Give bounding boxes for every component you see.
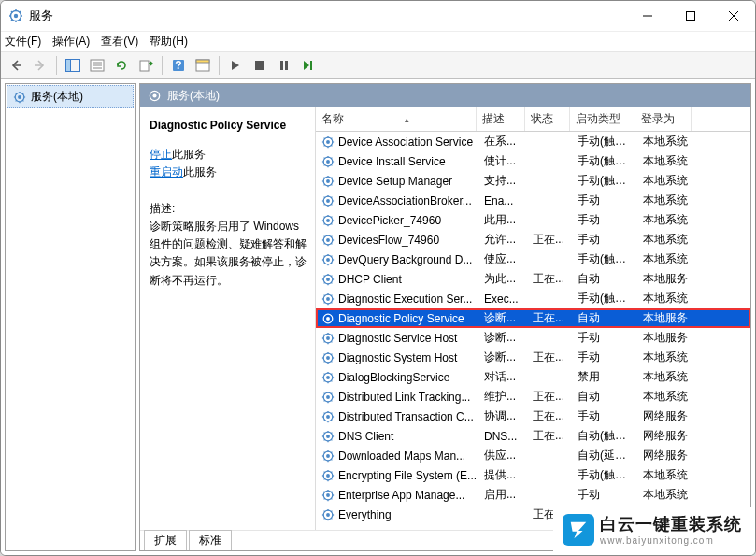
service-name: Device Install Service xyxy=(338,155,446,168)
service-name: Downloaded Maps Man... xyxy=(338,449,465,463)
svg-rect-17 xyxy=(66,60,71,72)
service-start: 手动 xyxy=(572,192,637,208)
nav-back-button[interactable] xyxy=(5,54,27,77)
service-row[interactable]: DHCP Client为此...正在...自动本地服务 xyxy=(316,269,750,289)
service-name: Diagnostic Service Host xyxy=(338,332,457,345)
service-row[interactable]: DeviceAssociationBroker...Ena...手动本地系统 xyxy=(316,191,750,210)
service-desc: 使计... xyxy=(478,153,527,169)
service-start: 手动 xyxy=(572,349,637,365)
col-header-name[interactable]: 名称▴ xyxy=(316,107,477,131)
service-logon: 本地服务 xyxy=(637,271,693,287)
menu-help[interactable]: 帮助(H) xyxy=(150,34,188,50)
service-name: DNS Client xyxy=(338,430,393,443)
service-name: DevQuery Background D... xyxy=(338,253,472,266)
service-row[interactable]: DialogBlockingService对话...禁用本地系统 xyxy=(316,367,750,387)
tab-standard[interactable]: 标准 xyxy=(189,530,232,550)
gear-icon xyxy=(321,391,335,404)
service-row[interactable]: Encrypting File System (E...提供...手动(触发..… xyxy=(316,465,750,485)
tree-pane[interactable]: 服务(本地) xyxy=(5,83,136,551)
col-header-status[interactable]: 状态 xyxy=(525,107,570,131)
menu-view[interactable]: 查看(V) xyxy=(101,34,138,50)
service-row[interactable]: Device Setup Manager支持...手动(触发...本地系统 xyxy=(316,171,750,191)
tree-node-label: 服务(本地) xyxy=(31,89,83,105)
service-row[interactable]: Enterprise App Manage...启用...手动本地系统 xyxy=(316,485,750,505)
service-row[interactable]: Diagnostic Service Host诊断...手动本地服务 xyxy=(316,328,750,348)
service-start: 手动 xyxy=(572,408,637,424)
service-row[interactable]: Device Install Service使计...手动(触发...本地系统 xyxy=(316,151,750,171)
service-desc: 诊断... xyxy=(478,310,527,326)
show-hide-tree-button[interactable] xyxy=(62,54,84,77)
properties-button[interactable] xyxy=(86,54,108,77)
service-desc: 支持... xyxy=(478,173,527,189)
service-status: 正在... xyxy=(527,408,572,424)
service-list-pane[interactable]: 名称▴ 描述 状态 启动类型 登录为 Device Association Se… xyxy=(316,107,750,530)
service-start: 手动 xyxy=(572,330,637,346)
service-name: Distributed Link Tracking... xyxy=(338,391,470,404)
tab-extended[interactable]: 扩展 xyxy=(144,530,187,550)
menubar: 文件(F) 操作(A) 查看(V) 帮助(H) xyxy=(1,31,755,51)
service-logon: 本地服务 xyxy=(637,310,693,326)
pause-service-button[interactable] xyxy=(273,54,295,77)
service-start: 自动(延迟... xyxy=(572,448,637,463)
service-row[interactable]: DevQuery Background D...使应...手动(触发...本地系… xyxy=(316,249,750,269)
selected-service-name: Diagnostic Policy Service xyxy=(150,117,307,135)
service-logon: 网络服务 xyxy=(637,448,693,463)
gear-icon xyxy=(321,489,335,502)
minimize-button[interactable] xyxy=(626,1,669,31)
gear-icon xyxy=(321,312,335,325)
service-name: Everything xyxy=(338,508,392,521)
service-logon: 本地服务 xyxy=(637,330,693,346)
service-logon: 本地系统 xyxy=(637,487,693,503)
help-button[interactable]: ? xyxy=(167,54,190,77)
service-row[interactable]: Diagnostic System Host诊断...正在...手动本地系统 xyxy=(316,348,750,367)
restart-link[interactable]: 重启动 xyxy=(150,165,183,178)
service-row[interactable]: Distributed Link Tracking...维护...正在...自动… xyxy=(316,387,750,406)
menu-action[interactable]: 操作(A) xyxy=(52,34,90,50)
right-pane-header: 服务(本地) xyxy=(140,84,750,107)
service-row[interactable]: DevicesFlow_74960允许...正在...手动本地系统 xyxy=(316,230,750,249)
nav-forward-button[interactable] xyxy=(29,54,51,77)
service-row[interactable]: Downloaded Maps Man...供应...自动(延迟...网络服务 xyxy=(316,446,750,465)
restart-service-button[interactable] xyxy=(297,54,320,77)
stop-suffix: 此服务 xyxy=(172,148,206,161)
body-area: 服务(本地) 服务(本地) Diagnostic Policy Service … xyxy=(1,79,755,555)
stop-link[interactable]: 停止 xyxy=(150,148,172,161)
action-button[interactable] xyxy=(192,54,214,77)
svg-rect-29 xyxy=(285,61,288,70)
refresh-button[interactable] xyxy=(110,54,133,77)
service-logon: 本地系统 xyxy=(637,232,693,248)
service-desc: DNS... xyxy=(478,430,527,443)
service-row[interactable]: DNS ClientDNS...正在...自动(触发...网络服务 xyxy=(316,426,750,446)
gear-icon xyxy=(321,273,335,286)
stop-service-button[interactable] xyxy=(249,54,271,77)
toolbar-separator xyxy=(162,56,163,75)
service-row[interactable]: Device Association Service在系...手动(触发...本… xyxy=(316,132,750,151)
service-logon: 本地系统 xyxy=(637,349,693,365)
service-row[interactable]: Diagnostic Execution Ser...Exec...手动(触发.… xyxy=(316,289,750,308)
service-desc: 在系... xyxy=(478,134,527,150)
tree-node-services-local[interactable]: 服务(本地) xyxy=(7,85,134,108)
service-row[interactable]: Diagnostic Policy Service诊断...正在...自动本地服… xyxy=(316,308,750,328)
service-status: 正在... xyxy=(527,232,572,248)
menu-file[interactable]: 文件(F) xyxy=(5,34,41,50)
col-header-desc[interactable]: 描述 xyxy=(477,107,525,131)
gear-icon xyxy=(321,508,335,521)
start-service-button[interactable] xyxy=(224,54,247,77)
service-row[interactable]: Distributed Transaction C...协调...正在...手动… xyxy=(316,406,750,426)
service-logon: 本地系统 xyxy=(637,291,693,307)
service-desc: 对话... xyxy=(478,369,527,385)
service-start: 手动 xyxy=(572,232,637,248)
col-header-logon[interactable]: 登录为 xyxy=(635,107,692,131)
close-button[interactable] xyxy=(712,1,755,31)
service-desc: 供应... xyxy=(478,448,527,463)
service-name: DeviceAssociationBroker... xyxy=(338,194,472,207)
service-logon: 网络服务 xyxy=(637,428,693,444)
service-logon: 本地系统 xyxy=(637,251,693,267)
service-row[interactable]: DevicePicker_74960此用...手动本地系统 xyxy=(316,210,750,230)
export-button[interactable] xyxy=(135,54,157,77)
detail-pane: Diagnostic Policy Service 停止此服务 重启动此服务 描… xyxy=(140,107,316,530)
service-name: DHCP Client xyxy=(338,273,402,286)
col-header-start[interactable]: 启动类型 xyxy=(570,107,635,131)
gear-icon xyxy=(321,292,335,306)
maximize-button[interactable] xyxy=(669,1,712,31)
